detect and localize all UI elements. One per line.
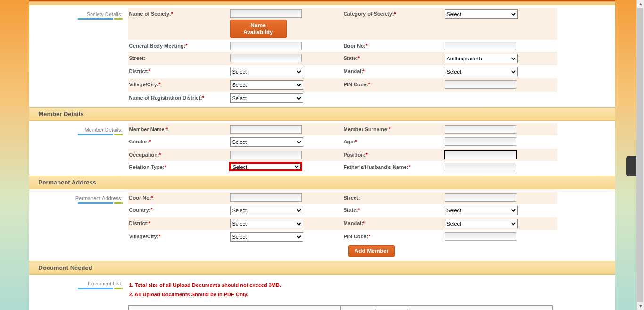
side-tab-handle[interactable] [626, 156, 636, 176]
scroll-down-arrow-icon[interactable]: ▼ [637, 302, 644, 310]
pa-door-no-input[interactable] [230, 193, 302, 202]
side-underline-icon [29, 134, 123, 136]
door-no-input[interactable] [445, 42, 516, 50]
doc-note-1: 1. Total size of all Upload Documents sh… [129, 281, 614, 290]
pa-pin-code-input[interactable] [445, 232, 516, 241]
pa-district-select[interactable]: Select [230, 219, 303, 228]
category-of-society-label: Category of Society:* [343, 8, 442, 40]
member-details-header: Member Details [29, 107, 615, 121]
name-of-reg-district-select[interactable]: Select [230, 93, 303, 103]
add-member-row: Add Member [128, 243, 615, 259]
pa-mandal-select[interactable]: Select [445, 219, 518, 228]
side-underline-icon [29, 18, 123, 20]
scroll-up-arrow-icon[interactable]: ▲ [637, 0, 644, 8]
category-of-society-select[interactable]: Select [445, 9, 518, 19]
pa-village-city-select[interactable]: Select [230, 232, 303, 242]
pa-district-label: District:* [128, 217, 227, 230]
document-list-side-label: Document List: [29, 277, 128, 310]
society-details-section: Society Details: Name of Society:* Name … [29, 5, 615, 107]
scroll-thumb[interactable] [637, 8, 643, 302]
pa-village-city-label: Village/City:* [128, 230, 227, 243]
gender-label: Gender:* [128, 135, 227, 149]
member-details-grid: Member Name:* Member Surname:* Gender:* … [128, 123, 615, 173]
name-of-society-input[interactable] [230, 9, 302, 18]
society-details-grid: Name of Society:* Name Availability Cate… [128, 8, 615, 105]
age-label: Age:* [343, 135, 442, 149]
member-details-section: Member Details: Member Name:* Member Sur… [29, 121, 615, 176]
fathers-husbands-name-input[interactable] [445, 163, 516, 171]
relation-type-select[interactable]: Select [229, 162, 302, 171]
state-select[interactable]: Andhrapradesh [445, 54, 518, 63]
street-label: Street: [128, 52, 227, 65]
pa-door-no-label: Door No:* [128, 192, 227, 204]
permanent-address-side-label: Permanent Address: [29, 192, 128, 259]
district-select[interactable]: Select [230, 67, 303, 76]
document-needed-grid: 1. Total size of all Upload Documents sh… [128, 277, 615, 310]
name-of-society-input-cell: Name Availability [227, 8, 343, 40]
pa-state-label: State:* [343, 204, 442, 217]
content-area: Society Details: Name of Society:* Name … [29, 1, 615, 310]
page-wrapper: Society Details: Name of Society:* Name … [29, 0, 615, 310]
pa-pin-code-label: PIN Code:* [343, 230, 442, 243]
door-no-label: Door No:* [343, 40, 442, 52]
pa-street-label: Street: [343, 192, 442, 204]
permanent-address-section: Permanent Address: Door No:* Street: Cou… [29, 189, 615, 261]
vertical-scrollbar[interactable]: ▲ ▼ [636, 0, 644, 310]
position-input[interactable] [445, 151, 516, 159]
add-member-button[interactable]: Add Member [348, 245, 395, 257]
pin-code-input[interactable] [445, 80, 516, 89]
member-details-side-label: Member Details: [29, 123, 128, 173]
occupation-label: Occupation:* [128, 149, 227, 161]
general-body-meeting-label: General Body Meeting:* [128, 40, 227, 52]
side-underline-icon [29, 288, 123, 290]
occupation-input[interactable] [230, 151, 302, 159]
society-details-side-label: Society Details: [29, 8, 128, 105]
document-notes: 1. Total size of all Upload Documents sh… [128, 277, 615, 303]
side-underline-icon [29, 202, 123, 204]
village-city-select[interactable]: Select [230, 80, 303, 90]
society-details-thin-header [29, 1, 615, 5]
society-details-side-text: Society Details: [87, 11, 123, 17]
document-needed-section: Document List: 1. Total size of all Uplo… [29, 275, 615, 310]
permanent-address-header: Permanent Address [29, 176, 615, 189]
member-surname-input[interactable] [445, 125, 516, 134]
pa-mandal-label: Mandal:* [343, 217, 442, 230]
pin-code-label: PIN Code:* [343, 78, 442, 92]
doc-row-1: Meeseva Application Form: File Browse: C… [129, 306, 552, 310]
fathers-husbands-name-label: Father's/Husband's Name:* [343, 161, 442, 173]
document-needed-header: Document Needed [29, 261, 615, 275]
state-label: State:* [343, 52, 442, 65]
age-input[interactable] [445, 137, 516, 146]
gender-select[interactable]: Select [230, 137, 303, 147]
name-availability-button[interactable]: Name Availability [230, 20, 287, 38]
pa-country-select[interactable]: Select [230, 206, 303, 215]
mandal-select[interactable]: Select [445, 67, 518, 76]
pa-street-input[interactable] [445, 193, 516, 202]
general-body-meeting-input[interactable] [230, 42, 302, 50]
relation-type-label: Relation Type:* [128, 161, 227, 173]
district-label: District:* [128, 65, 227, 78]
member-name-input[interactable] [230, 125, 302, 134]
choose-file-button-1[interactable]: Choose File [375, 309, 408, 310]
name-of-society-label: Name of Society:* [128, 8, 227, 40]
name-of-reg-district-label: Name of Registration District:* [128, 92, 227, 105]
pa-country-label: Country:* [128, 204, 227, 217]
village-city-label: Village/City:* [128, 78, 227, 92]
document-table: Meeseva Application Form: File Browse: C… [128, 305, 553, 310]
position-label: Position:* [343, 149, 442, 161]
mandal-label: Mandal:* [343, 65, 442, 78]
street-input[interactable] [230, 54, 302, 62]
doc-note-2: 2. All Upload Documents Should be in PDF… [129, 290, 614, 300]
member-surname-label: Member Surname:* [343, 123, 442, 135]
permanent-address-grid: Door No:* Street: Country:* Select State… [128, 192, 615, 259]
member-name-label: Member Name:* [128, 123, 227, 135]
pa-state-select[interactable]: Select [445, 206, 518, 215]
